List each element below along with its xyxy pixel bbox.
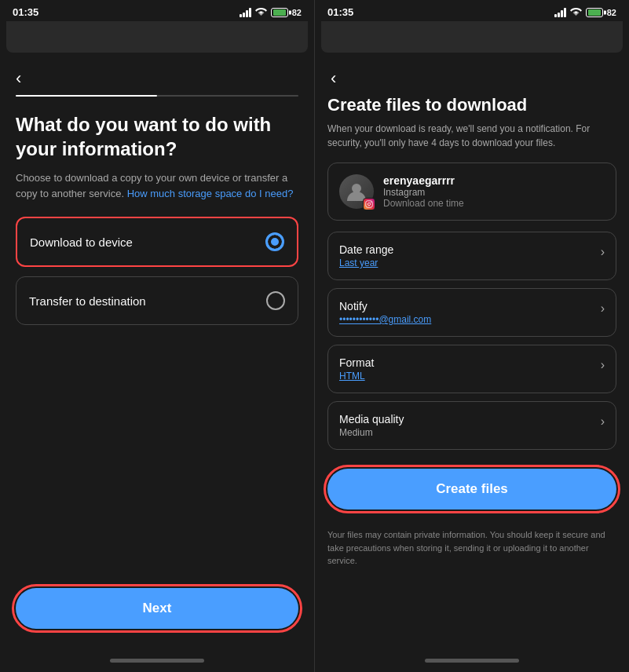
left-progress-fill — [16, 95, 157, 97]
transfer-to-destination-option[interactable]: Transfer to destination — [16, 276, 298, 325]
account-info: erenyaegarrrr Instagram Download one tim… — [383, 174, 464, 209]
left-top-bar — [6, 21, 308, 53]
right-status-icons: 82 — [554, 6, 616, 18]
transfer-radio[interactable] — [266, 291, 285, 310]
right-main-content: Create files to download When your downl… — [315, 95, 629, 652]
left-battery-text: 82 — [292, 8, 302, 17]
account-card: erenyaegarrrr Instagram Download one tim… — [327, 163, 616, 221]
format-row[interactable]: Format HTML › — [327, 345, 616, 393]
left-page-title: What do you want to do with your informa… — [16, 112, 298, 161]
right-status-bar: 01:35 82 — [315, 0, 629, 21]
left-progress-bar — [16, 95, 298, 97]
right-signal-icon — [554, 8, 566, 17]
right-phone-panel: 01:35 82 ‹ Create f — [314, 0, 629, 672]
left-home-indicator — [110, 659, 204, 663]
wifi-icon — [255, 6, 267, 18]
instagram-badge — [363, 198, 375, 210]
left-status-icons: 82 — [240, 6, 302, 18]
date-range-chevron: › — [601, 245, 605, 259]
notify-row[interactable]: Notify ••••••••••••@gmail.com › — [327, 288, 616, 337]
right-back-button[interactable]: ‹ — [315, 59, 629, 95]
notify-chevron: › — [601, 301, 605, 316]
download-radio[interactable] — [265, 232, 284, 251]
format-value: HTML — [339, 371, 374, 382]
svg-point-3 — [371, 202, 371, 203]
left-main-content: What do you want to do with your informa… — [0, 112, 314, 575]
left-battery-icon — [271, 8, 288, 17]
next-button-container: Next — [0, 575, 314, 652]
media-quality-chevron: › — [601, 415, 605, 429]
media-quality-row[interactable]: Media quality Medium › — [327, 401, 616, 450]
download-to-device-option[interactable]: Download to device — [16, 217, 298, 267]
right-home-indicator — [425, 659, 519, 663]
notify-label: Notify — [339, 300, 431, 312]
left-time: 01:35 — [13, 6, 38, 18]
date-range-label: Date range — [339, 243, 393, 256]
account-platform: Instagram — [383, 187, 464, 198]
download-option-label: Download to device — [30, 236, 133, 249]
create-files-disclaimer: Your files may contain private informati… — [327, 528, 616, 583]
format-chevron: › — [601, 358, 605, 372]
right-wifi-icon — [570, 6, 582, 18]
format-label: Format — [339, 356, 374, 369]
date-range-value: Last year — [339, 257, 393, 268]
notify-value: ••••••••••••@gmail.com — [339, 314, 431, 325]
left-phone-panel: 01:35 82 ‹ — [0, 0, 314, 672]
right-page-title: Create files to download — [327, 95, 616, 115]
avatar-wrap — [339, 174, 374, 209]
media-quality-label: Media quality — [339, 413, 404, 425]
right-description: When your download is ready, we'll send … — [327, 122, 616, 150]
create-files-button[interactable]: Create files — [327, 469, 616, 509]
svg-point-2 — [368, 203, 370, 205]
transfer-option-label: Transfer to destination — [29, 294, 146, 308]
right-battery-text: 82 — [607, 8, 616, 17]
date-range-row[interactable]: Date range Last year › — [327, 232, 616, 280]
storage-link[interactable]: How much storage space do I need? — [127, 188, 294, 199]
next-button[interactable]: Next — [16, 588, 298, 629]
right-top-bar — [321, 21, 623, 53]
media-quality-value: Medium — [339, 427, 404, 438]
left-status-bar: 01:35 82 — [0, 0, 314, 21]
account-download-type: Download one time — [383, 198, 464, 209]
create-files-container: Create files — [327, 458, 616, 520]
signal-icon — [240, 8, 251, 17]
right-time: 01:35 — [327, 6, 353, 18]
left-description: Choose to download a copy to your own de… — [16, 170, 298, 201]
left-back-button[interactable]: ‹ — [0, 59, 314, 95]
right-battery-icon — [586, 8, 603, 17]
account-username: erenyaegarrrr — [383, 174, 464, 187]
